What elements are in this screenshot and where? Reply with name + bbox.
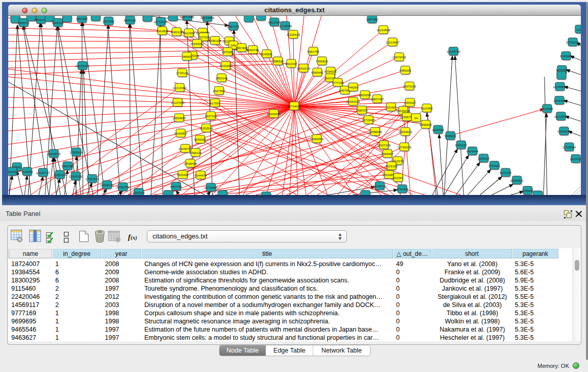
svg-text:7632621: 7632621: [488, 164, 500, 167]
svg-text:1733426: 1733426: [396, 188, 408, 191]
svg-text:10688609: 10688609: [368, 130, 382, 134]
svg-text:12093872: 12093872: [553, 85, 567, 89]
svg-text:10756928: 10756928: [398, 146, 411, 149]
svg-text:20364436: 20364436: [346, 100, 360, 103]
svg-text:1244415: 1244415: [553, 99, 565, 102]
svg-text:15751074: 15751074: [566, 41, 580, 44]
svg-text:8912954: 8912954: [183, 32, 195, 35]
svg-text:7663822: 7663822: [156, 30, 168, 33]
svg-text:7857224: 7857224: [227, 25, 239, 28]
svg-text:16154808: 16154808: [377, 29, 390, 32]
svg-text:10973493: 10973493: [393, 56, 406, 59]
svg-text:1527602: 1527602: [102, 20, 115, 23]
svg-text:13654923: 13654923: [399, 130, 412, 134]
svg-text:10958107: 10958107: [100, 184, 114, 187]
svg-text:15720407: 15720407: [362, 119, 376, 122]
svg-text:1615192: 1615192: [385, 165, 398, 168]
svg-text:39159: 39159: [8, 170, 17, 173]
svg-text:14136141: 14136141: [373, 185, 387, 188]
svg-text:11353504: 11353504: [200, 127, 213, 130]
svg-text:12975115: 12975115: [403, 85, 417, 88]
svg-text:19384554: 19384554: [310, 138, 324, 141]
svg-text:6990443: 6990443: [311, 71, 323, 74]
svg-text:9474444: 9474444: [466, 150, 478, 153]
svg-text:18300295: 18300295: [267, 113, 281, 116]
svg-text:9245652: 9245652: [521, 189, 534, 192]
svg-text:9997588: 9997588: [61, 165, 74, 168]
svg-text:5878352: 5878352: [194, 138, 206, 141]
svg-text:19166827: 19166827: [174, 132, 188, 135]
svg-text:417004: 417004: [210, 102, 221, 105]
svg-text:6961758: 6961758: [307, 50, 319, 53]
svg-text:8454749: 8454749: [247, 49, 259, 52]
svg-text:7485003: 7485003: [399, 69, 411, 72]
svg-text:2718126: 2718126: [176, 72, 188, 75]
svg-text:1167534: 1167534: [570, 158, 581, 161]
svg-text:7625402: 7625402: [177, 173, 189, 177]
svg-text:17016504: 17016504: [562, 146, 576, 149]
svg-text:8186328: 8186328: [209, 39, 221, 42]
svg-text:16033809: 16033809: [201, 16, 214, 19]
svg-text:746266: 746266: [348, 86, 359, 89]
svg-text:252254: 252254: [393, 177, 404, 180]
svg-text:12213967: 12213967: [386, 41, 400, 44]
svg-text:7986372: 7986372: [356, 109, 368, 112]
svg-text:16210643: 16210643: [554, 115, 568, 118]
svg-text:1115682: 1115682: [21, 170, 33, 173]
svg-text:16262015: 16262015: [297, 67, 311, 70]
svg-text:12213382: 12213382: [173, 86, 187, 90]
svg-text:9329966: 9329966: [560, 55, 572, 58]
svg-text:9463627: 9463627: [404, 101, 416, 104]
svg-text:7955812: 7955812: [316, 60, 328, 63]
svg-text:10719185: 10719185: [154, 20, 168, 24]
svg-text:17957223: 17957223: [85, 178, 99, 181]
svg-text:64: 64: [415, 117, 418, 120]
svg-text:12905185: 12905185: [69, 175, 83, 178]
svg-text:8267110: 8267110: [205, 115, 217, 118]
svg-text:18724007: 18724007: [288, 105, 301, 108]
svg-text:6899695: 6899695: [420, 123, 432, 126]
svg-text:9115460: 9115460: [421, 107, 433, 110]
svg-text:1640954: 1640954: [432, 128, 444, 132]
svg-text:8660124: 8660124: [170, 31, 183, 34]
svg-text:11451194: 11451194: [53, 173, 67, 177]
svg-text:1292344: 1292344: [133, 191, 145, 194]
svg-text:6479197: 6479197: [455, 144, 467, 147]
svg-text:9144479: 9144479: [194, 174, 207, 177]
svg-text:16782759: 16782759: [116, 186, 130, 189]
svg-text:9242845: 9242845: [220, 64, 232, 68]
svg-text:9457791: 9457791: [170, 185, 182, 188]
svg-text:12942737: 12942737: [36, 171, 50, 174]
svg-text:15907209: 15907209: [377, 144, 391, 147]
svg-text:9684067: 9684067: [381, 152, 394, 156]
svg-text:16648784: 16648784: [447, 50, 461, 53]
svg-text:98965: 98965: [183, 55, 191, 58]
svg-text:10046755: 10046755: [179, 147, 192, 150]
svg-text:1605332: 1605332: [52, 21, 64, 25]
svg-text:9146821: 9146821: [260, 53, 273, 56]
svg-text:3822037: 3822037: [285, 62, 297, 65]
svg-text:20206576: 20206576: [47, 152, 61, 156]
svg-text:10107554: 10107554: [171, 101, 185, 104]
svg-text:3875685: 3875685: [222, 51, 234, 54]
svg-text:5498222: 5498222: [189, 151, 202, 155]
svg-text:16543382: 16543382: [190, 42, 204, 46]
svg-text:1112: 1112: [577, 28, 581, 31]
svg-text:2867608: 2867608: [235, 47, 248, 50]
svg-text:8471676: 8471676: [499, 171, 512, 174]
svg-text:8813054: 8813054: [268, 21, 280, 24]
svg-text:15692971: 15692971: [557, 130, 571, 133]
svg-text:8427552: 8427552: [213, 90, 225, 93]
svg-text:62160: 62160: [387, 106, 396, 109]
svg-text:2087682: 2087682: [366, 18, 378, 21]
svg-text:5938923: 5938923: [444, 135, 456, 138]
svg-text:9777169: 9777169: [332, 81, 344, 84]
svg-text:20053346: 20053346: [76, 64, 90, 68]
svg-text:3215955: 3215955: [541, 107, 553, 111]
svg-text:1588520: 1588520: [272, 60, 284, 63]
svg-text:10025438: 10025438: [397, 110, 410, 113]
svg-text:10807487: 10807487: [371, 98, 384, 101]
svg-text:2803144: 2803144: [215, 77, 228, 80]
svg-text:10654985: 10654985: [172, 117, 186, 120]
svg-text:10654112: 10654112: [510, 179, 524, 182]
